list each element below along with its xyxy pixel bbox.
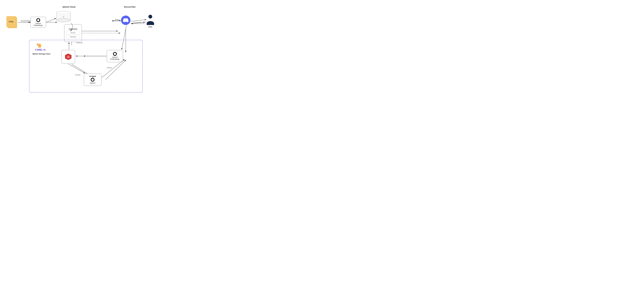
svg-line-27	[131, 19, 146, 21]
html-label: HTML	[9, 21, 14, 23]
collection-label: Collection	[69, 28, 77, 30]
camel-icon: 🐪	[36, 43, 42, 48]
vectors-label: Vectors	[70, 32, 76, 33]
qdrant-storage-label: Qdrant Storage Class	[32, 53, 50, 55]
user-label: User	[147, 26, 154, 28]
openai-embeddings-box-1: OpenAI Embeddings	[30, 17, 46, 28]
retrieval-label: Retrieval	[76, 42, 82, 43]
query-label: Query	[115, 19, 119, 20]
svg-point-17	[148, 15, 152, 18]
svg-line-28	[131, 22, 146, 24]
svg-line-25	[46, 18, 56, 22]
beautifulsoup-label: BeautifulSoup	[21, 20, 31, 22]
qdrant-logo-storage: Q	[65, 53, 72, 60]
html-card-front: HTML	[6, 16, 16, 27]
qdrant-cloud-area: Q	[56, 11, 71, 23]
user-icon: User	[147, 14, 154, 28]
camel-ai-label: CAMEL AI	[35, 49, 46, 51]
payloads-label: Payloads	[70, 36, 76, 37]
ai-agent-openai-label: OpenAI	[90, 82, 96, 84]
svg-point-15	[56, 18, 70, 22]
answer-label: Answer	[107, 67, 112, 68]
collection-box: Collection Vectors Payloads	[64, 24, 82, 42]
qdrant-cloud-label: Qdrant Cloud	[58, 6, 80, 8]
openai-embeddings-label-2: OpenAI Embeddings	[108, 56, 122, 60]
qdrant-storage-box: Q	[62, 50, 75, 63]
openai-logo-agent	[91, 78, 94, 82]
context-label: Context	[75, 74, 80, 76]
qdrant-cylinder: Q	[56, 11, 71, 23]
ai-agent-box: AI Agent OpenAI	[84, 74, 102, 86]
svg-text:Q: Q	[63, 16, 64, 17]
openai-logo-1	[36, 18, 40, 22]
openai-logo-2	[113, 52, 117, 56]
discord-icon	[121, 15, 130, 25]
ai-agent-label: AI Agent	[89, 75, 96, 77]
openai-embeddings-label-1: OpenAI Embeddings	[32, 22, 44, 26]
discord-bot-label: Discord Bot	[121, 6, 138, 8]
svg-text:Q: Q	[68, 56, 69, 58]
openai-embeddings-box-2: OpenAI Embeddings	[107, 50, 123, 62]
